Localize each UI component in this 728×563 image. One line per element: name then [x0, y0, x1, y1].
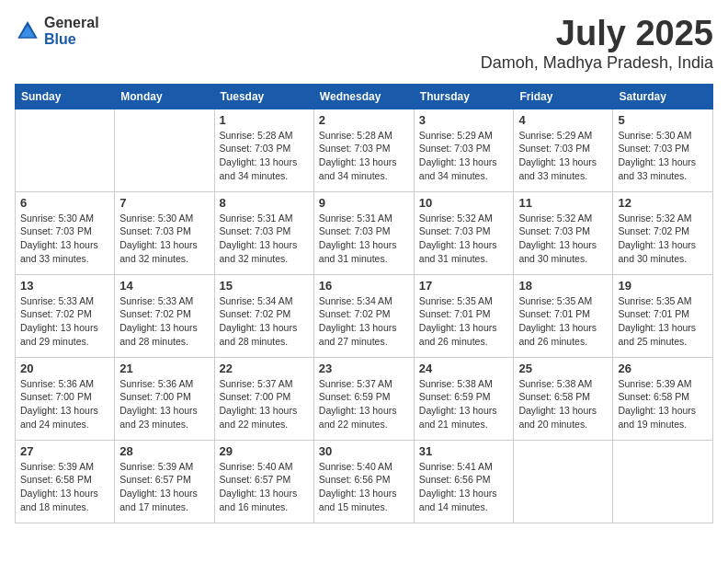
calendar-cell: 7Sunrise: 5:30 AMSunset: 7:03 PMDaylight…	[115, 191, 214, 274]
day-number: 7	[119, 196, 209, 210]
week-row-1: 1Sunrise: 5:28 AMSunset: 7:03 PMDaylight…	[16, 109, 713, 191]
calendar-cell	[613, 440, 713, 523]
page-header: General Blue July 2025 Damoh, Madhya Pra…	[15, 15, 713, 73]
day-number: 10	[419, 196, 509, 210]
day-info: Sunrise: 5:33 AMSunset: 7:02 PMDaylight:…	[20, 294, 109, 349]
logo-text: General Blue	[44, 15, 99, 48]
day-info: Sunrise: 5:41 AMSunset: 6:56 PMDaylight:…	[419, 460, 509, 514]
day-number: 3	[419, 113, 509, 127]
day-number: 17	[419, 279, 509, 293]
day-number: 31	[419, 444, 509, 458]
day-number: 24	[419, 362, 509, 375]
day-number: 23	[319, 362, 409, 375]
day-info: Sunrise: 5:30 AMSunset: 7:03 PMDaylight:…	[119, 212, 209, 266]
logo: General Blue	[15, 15, 99, 48]
day-info: Sunrise: 5:38 AMSunset: 6:59 PMDaylight:…	[419, 377, 509, 431]
day-number: 20	[20, 362, 109, 375]
day-number: 27	[20, 444, 109, 458]
day-info: Sunrise: 5:28 AMSunset: 7:03 PMDaylight:…	[319, 129, 409, 183]
calendar-cell: 6Sunrise: 5:30 AMSunset: 7:03 PMDaylight…	[16, 191, 115, 274]
week-row-5: 27Sunrise: 5:39 AMSunset: 6:58 PMDayligh…	[16, 440, 713, 523]
title-block: July 2025 Damoh, Madhya Pradesh, India	[481, 15, 713, 73]
calendar-table: SundayMondayTuesdayWednesdayThursdayFrid…	[15, 84, 713, 523]
calendar-cell: 8Sunrise: 5:31 AMSunset: 7:03 PMDaylight…	[214, 191, 313, 274]
days-header-row: SundayMondayTuesdayWednesdayThursdayFrid…	[16, 84, 713, 109]
day-number: 9	[319, 196, 409, 210]
day-number: 21	[119, 362, 209, 375]
month-title: July 2025	[481, 15, 713, 53]
header-monday: Monday	[115, 84, 214, 109]
calendar-cell: 17Sunrise: 5:35 AMSunset: 7:01 PMDayligh…	[414, 274, 514, 357]
calendar-cell: 22Sunrise: 5:37 AMSunset: 7:00 PMDayligh…	[214, 357, 313, 440]
day-info: Sunrise: 5:35 AMSunset: 7:01 PMDaylight:…	[618, 294, 708, 349]
day-info: Sunrise: 5:29 AMSunset: 7:03 PMDaylight:…	[419, 129, 509, 183]
logo-icon	[15, 18, 40, 44]
calendar-cell: 9Sunrise: 5:31 AMSunset: 7:03 PMDaylight…	[313, 191, 414, 274]
day-info: Sunrise: 5:31 AMSunset: 7:03 PMDaylight:…	[319, 212, 409, 266]
logo-blue: Blue	[44, 31, 99, 48]
calendar-cell: 1Sunrise: 5:28 AMSunset: 7:03 PMDaylight…	[214, 109, 313, 191]
day-info: Sunrise: 5:36 AMSunset: 7:00 PMDaylight:…	[119, 377, 209, 431]
calendar-cell: 11Sunrise: 5:32 AMSunset: 7:03 PMDayligh…	[514, 191, 613, 274]
day-info: Sunrise: 5:32 AMSunset: 7:03 PMDaylight:…	[419, 212, 509, 266]
calendar-cell: 10Sunrise: 5:32 AMSunset: 7:03 PMDayligh…	[414, 191, 514, 274]
day-info: Sunrise: 5:39 AMSunset: 6:58 PMDaylight:…	[618, 377, 708, 431]
header-sunday: Sunday	[16, 84, 115, 109]
calendar-cell: 27Sunrise: 5:39 AMSunset: 6:58 PMDayligh…	[16, 440, 115, 523]
day-number: 12	[618, 196, 708, 210]
day-number: 28	[119, 444, 209, 458]
day-info: Sunrise: 5:30 AMSunset: 7:03 PMDaylight:…	[20, 212, 109, 266]
day-number: 4	[518, 113, 608, 127]
logo-general: General	[44, 15, 99, 31]
header-friday: Friday	[514, 84, 613, 109]
header-tuesday: Tuesday	[214, 84, 313, 109]
calendar-cell: 20Sunrise: 5:36 AMSunset: 7:00 PMDayligh…	[16, 357, 115, 440]
day-info: Sunrise: 5:32 AMSunset: 7:02 PMDaylight:…	[618, 212, 708, 266]
day-number: 14	[119, 279, 209, 293]
day-info: Sunrise: 5:28 AMSunset: 7:03 PMDaylight:…	[220, 129, 309, 183]
day-info: Sunrise: 5:32 AMSunset: 7:03 PMDaylight:…	[518, 212, 608, 266]
calendar-cell: 4Sunrise: 5:29 AMSunset: 7:03 PMDaylight…	[514, 109, 613, 191]
day-info: Sunrise: 5:40 AMSunset: 6:56 PMDaylight:…	[319, 460, 409, 514]
week-row-4: 20Sunrise: 5:36 AMSunset: 7:00 PMDayligh…	[16, 357, 713, 440]
day-info: Sunrise: 5:34 AMSunset: 7:02 PMDaylight:…	[319, 294, 409, 349]
day-info: Sunrise: 5:40 AMSunset: 6:57 PMDaylight:…	[220, 460, 309, 514]
day-number: 6	[20, 196, 109, 210]
day-info: Sunrise: 5:35 AMSunset: 7:01 PMDaylight:…	[518, 294, 608, 349]
day-number: 11	[518, 196, 608, 210]
day-number: 19	[618, 279, 708, 293]
calendar-cell: 23Sunrise: 5:37 AMSunset: 6:59 PMDayligh…	[313, 357, 414, 440]
header-wednesday: Wednesday	[313, 84, 414, 109]
day-number: 5	[618, 113, 708, 127]
day-info: Sunrise: 5:30 AMSunset: 7:03 PMDaylight:…	[618, 129, 708, 183]
calendar-cell: 13Sunrise: 5:33 AMSunset: 7:02 PMDayligh…	[16, 274, 115, 357]
day-number: 1	[220, 113, 309, 127]
week-row-3: 13Sunrise: 5:33 AMSunset: 7:02 PMDayligh…	[16, 274, 713, 357]
calendar-cell	[115, 109, 214, 191]
day-info: Sunrise: 5:39 AMSunset: 6:58 PMDaylight:…	[20, 460, 109, 514]
day-info: Sunrise: 5:35 AMSunset: 7:01 PMDaylight:…	[419, 294, 509, 349]
calendar-cell: 15Sunrise: 5:34 AMSunset: 7:02 PMDayligh…	[214, 274, 313, 357]
header-thursday: Thursday	[414, 84, 514, 109]
week-row-2: 6Sunrise: 5:30 AMSunset: 7:03 PMDaylight…	[16, 191, 713, 274]
day-number: 8	[220, 196, 309, 210]
day-number: 30	[319, 444, 409, 458]
calendar-cell	[514, 440, 613, 523]
calendar-cell: 29Sunrise: 5:40 AMSunset: 6:57 PMDayligh…	[214, 440, 313, 523]
day-info: Sunrise: 5:36 AMSunset: 7:00 PMDaylight:…	[20, 377, 109, 431]
day-number: 16	[319, 279, 409, 293]
day-info: Sunrise: 5:29 AMSunset: 7:03 PMDaylight:…	[518, 129, 608, 183]
day-info: Sunrise: 5:31 AMSunset: 7:03 PMDaylight:…	[220, 212, 309, 266]
day-info: Sunrise: 5:37 AMSunset: 7:00 PMDaylight:…	[220, 377, 309, 431]
day-number: 18	[518, 279, 608, 293]
day-number: 13	[20, 279, 109, 293]
calendar-cell: 2Sunrise: 5:28 AMSunset: 7:03 PMDaylight…	[313, 109, 414, 191]
header-saturday: Saturday	[613, 84, 713, 109]
day-info: Sunrise: 5:37 AMSunset: 6:59 PMDaylight:…	[319, 377, 409, 431]
day-number: 15	[220, 279, 309, 293]
day-number: 22	[220, 362, 309, 375]
calendar-cell: 12Sunrise: 5:32 AMSunset: 7:02 PMDayligh…	[613, 191, 713, 274]
calendar-cell: 25Sunrise: 5:38 AMSunset: 6:58 PMDayligh…	[514, 357, 613, 440]
day-info: Sunrise: 5:39 AMSunset: 6:57 PMDaylight:…	[119, 460, 209, 514]
calendar-cell: 3Sunrise: 5:29 AMSunset: 7:03 PMDaylight…	[414, 109, 514, 191]
